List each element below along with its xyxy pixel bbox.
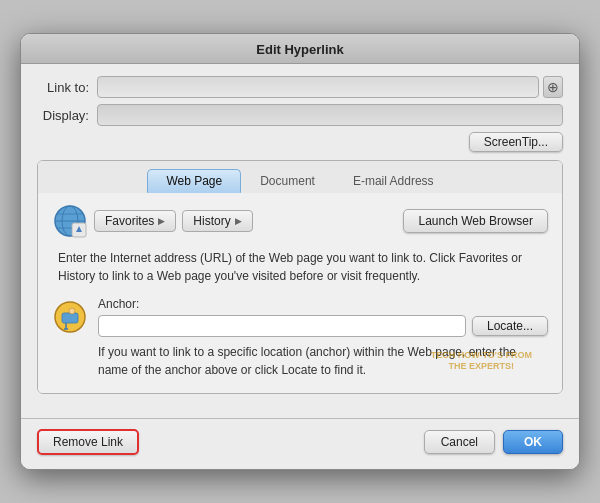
- remove-link-button[interactable]: Remove Link: [37, 429, 139, 455]
- ok-button[interactable]: OK: [503, 430, 563, 454]
- launch-browser-button[interactable]: Launch Web Browser: [403, 209, 548, 233]
- dialog-title: Edit Hyperlink: [21, 34, 579, 64]
- anchor-icon: [52, 299, 88, 335]
- stepper-button[interactable]: ⊕: [543, 76, 563, 98]
- link-to-label: Link to:: [37, 80, 97, 95]
- anchor-description: If you want to link to a specific locati…: [52, 343, 548, 379]
- tabs-container: Web Page Document E-mail Address: [37, 160, 563, 394]
- anchor-input-row: Locate...: [98, 315, 548, 337]
- tabs-header: Web Page Document E-mail Address: [38, 161, 562, 193]
- toolbar-row: Favorites ▶ History ▶ Launch Web Browser: [52, 203, 548, 239]
- anchor-input[interactable]: [98, 315, 466, 337]
- history-arrow: ▶: [235, 216, 242, 226]
- favorites-button[interactable]: Favorites ▶: [94, 210, 176, 232]
- anchor-row: Anchor: Locate...: [52, 297, 548, 337]
- bottom-bar: Remove Link Cancel OK: [21, 419, 579, 469]
- screentip-button[interactable]: ScreenTip...: [469, 132, 563, 152]
- history-button[interactable]: History ▶: [182, 210, 252, 232]
- link-to-input[interactable]: [97, 76, 539, 98]
- svg-rect-8: [62, 313, 78, 323]
- tab-content-webpage: Favorites ▶ History ▶ Launch Web Browser…: [38, 193, 562, 393]
- display-input[interactable]: [97, 104, 563, 126]
- favorites-arrow: ▶: [158, 216, 165, 226]
- webpage-description: Enter the Internet address (URL) of the …: [52, 249, 548, 285]
- svg-point-9: [69, 308, 75, 314]
- screentip-row: ScreenTip...: [37, 132, 563, 152]
- display-label: Display:: [37, 108, 97, 123]
- cancel-button[interactable]: Cancel: [424, 430, 495, 454]
- tab-email[interactable]: E-mail Address: [334, 169, 453, 193]
- globe-icon: [52, 203, 88, 239]
- anchor-label: Anchor:: [98, 297, 548, 311]
- tab-webpage[interactable]: Web Page: [147, 169, 241, 193]
- link-to-row: Link to: ⊕: [37, 76, 563, 98]
- edit-hyperlink-dialog: Edit Hyperlink Link to: ⊕ Display: Scree…: [20, 33, 580, 470]
- tab-document[interactable]: Document: [241, 169, 334, 193]
- anchor-section: Anchor: Locate...: [98, 297, 548, 337]
- bottom-right-buttons: Cancel OK: [424, 430, 563, 454]
- display-row: Display:: [37, 104, 563, 126]
- locate-button[interactable]: Locate...: [472, 316, 548, 336]
